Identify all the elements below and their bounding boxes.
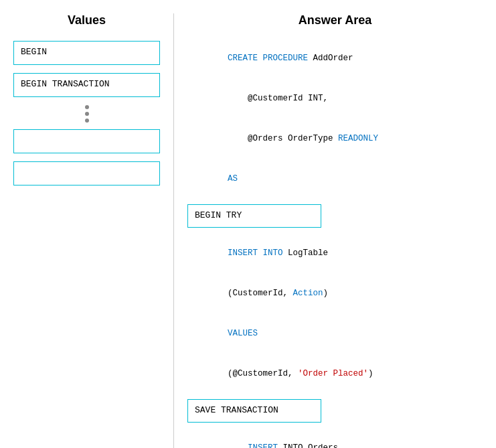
value-item-begin[interactable]: BEGIN (13, 41, 160, 65)
begin-try-box[interactable]: BEGIN TRY (187, 204, 321, 228)
save-transaction-container: SAVE TRANSACTION (187, 396, 483, 425)
create-kw: CREATE PROCEDURE (228, 54, 308, 63)
param2-line: @Orders OrderType READONLY (187, 119, 483, 159)
create-procedure-line: CREATE PROCEDURE AddOrder (187, 38, 483, 78)
values-kw1-line: VALUES (187, 313, 483, 354)
dot-1 (85, 105, 89, 109)
drag-indicator (13, 105, 160, 123)
insert-log1-line: INSERT INTO LogTable (187, 233, 483, 273)
insert-orders1-line: INSERT INTO Orders (187, 428, 483, 448)
save-transaction-box[interactable]: SAVE TRANSACTION (187, 399, 321, 423)
values-log-line: (@CustomerId, 'Order Placed') (187, 354, 483, 394)
values-panel: Values BEGIN BEGIN TRANSACTION (0, 13, 174, 448)
answer-area-title: Answer Area (187, 13, 483, 27)
insert-log2-line: (CustomerId, Action) (187, 273, 483, 313)
value-item-empty-1[interactable] (13, 129, 160, 153)
begin-try-container: BEGIN TRY (187, 202, 483, 230)
dot-2 (85, 112, 89, 116)
param1-line: @CustomerId INT, (187, 78, 483, 119)
value-item-empty-2[interactable] (13, 161, 160, 185)
dot-3 (85, 119, 89, 123)
value-item-begin-transaction[interactable]: BEGIN TRANSACTION (13, 73, 160, 97)
values-title: Values (13, 13, 160, 27)
as-line: AS (187, 159, 483, 199)
code-block: CREATE PROCEDURE AddOrder @CustomerId IN… (187, 38, 483, 448)
answer-area-panel: Answer Area CREATE PROCEDURE AddOrder @C… (174, 13, 496, 448)
